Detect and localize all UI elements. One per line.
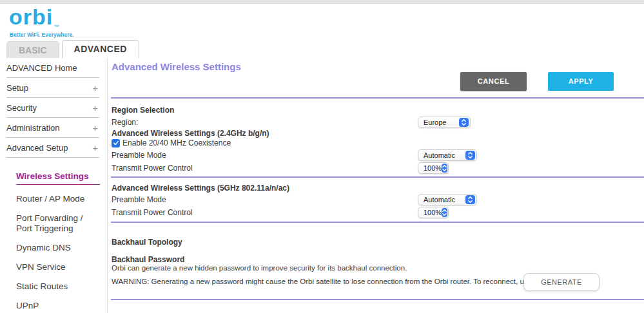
sidebar-item-label: Security: [6, 103, 37, 113]
brand-tagline: Better WiFi. Everywhere.: [10, 32, 74, 38]
transmit-power-select-5ghz[interactable]: 100%: [418, 207, 449, 218]
plus-expand-icon[interactable]: +: [92, 125, 98, 131]
generate-button[interactable]: GENERATE: [523, 273, 600, 291]
select-stepper-icon: [465, 195, 475, 204]
checkbox-checked-icon[interactable]: [112, 139, 120, 147]
sidebar-item-wireless-settings[interactable]: Wireless Settings: [0, 167, 107, 189]
select-stepper-icon: [442, 164, 447, 173]
band24-heading: Advanced Wireless Settings (2.4GHz b/g/n…: [112, 129, 269, 138]
transmit-power-value: 100%: [418, 164, 442, 172]
warning-text-prefix: WARNING: Generating a new password might…: [112, 278, 546, 285]
sidebar-nav: ADVANCED Home Setup + Security + Adminis…: [0, 58, 108, 313]
preamble-mode-select-24ghz[interactable]: Automatic: [418, 149, 477, 161]
backhaul-password-heading: Backhaul Password: [112, 255, 184, 264]
transmit-power-label: Transmit Power Control: [112, 208, 193, 217]
apply-button[interactable]: APPLY: [548, 72, 614, 91]
sidebar-item-label: Administration: [6, 123, 59, 133]
preamble-mode-value: Automatic: [418, 196, 465, 204]
sidebar-item-advanced-home[interactable]: ADVANCED Home: [6, 58, 99, 78]
sidebar-item-upnp[interactable]: UPnP: [0, 296, 107, 313]
select-stepper-icon: [442, 208, 447, 217]
preamble-mode-label: Preamble Mode: [112, 195, 166, 204]
plus-expand-icon[interactable]: +: [92, 85, 98, 91]
cancel-button[interactable]: CANCEL: [460, 72, 527, 91]
sidebar-item-security[interactable]: Security +: [6, 98, 99, 118]
preamble-mode-label: Preamble Mode: [112, 151, 166, 160]
sidebar-item-dynamic-dns[interactable]: Dynamic DNS: [0, 238, 107, 258]
sidebar-item-label: VPN Service: [16, 262, 66, 272]
sidebar-item-port-forwarding[interactable]: Port Forwarding / Port Triggering: [0, 209, 103, 238]
region-label: Region:: [112, 118, 138, 127]
orbi-logo-text: orbi: [9, 5, 53, 29]
coexistence-checkbox-row[interactable]: Enable 20/40 MHz Coexistence: [112, 138, 231, 147]
mode-tabbar: BASIC ADVANCED: [6, 40, 139, 58]
plus-expand-icon[interactable]: +: [92, 105, 98, 111]
sidebar-item-label: Wireless Settings: [16, 171, 100, 185]
sidebar-item-label: ADVANCED Home: [6, 63, 77, 73]
backhaul-warning: WARNING: Generating a new password might…: [112, 278, 589, 285]
section-divider: [111, 176, 644, 178]
sidebar-item-setup[interactable]: Setup +: [6, 78, 99, 98]
region-select-value: Europe: [418, 119, 459, 126]
page-title: Advanced Wireless Settings: [112, 61, 241, 72]
sidebar-item-label: UPnP: [16, 301, 39, 310]
sidebar-item-label: Dynamic DNS: [16, 243, 71, 252]
sidebar-item-label: Setup: [6, 83, 28, 93]
orbi-logo: orbi™: [9, 5, 59, 35]
tab-advanced[interactable]: ADVANCED: [62, 40, 139, 58]
transmit-power-label: Transmit Power Control: [112, 164, 193, 173]
region-select[interactable]: Europe: [418, 117, 471, 128]
section-divider: [111, 97, 644, 99]
sidebar-item-administration[interactable]: Administration +: [6, 118, 99, 138]
select-stepper-icon: [459, 118, 469, 127]
preamble-mode-value: Automatic: [418, 151, 465, 159]
main-content: Advanced Wireless Settings CANCEL APPLY …: [108, 58, 644, 313]
sidebar-item-static-routes[interactable]: Static Routes: [0, 277, 107, 296]
region-selection-heading: Region Selection: [112, 106, 174, 115]
preamble-mode-select-5ghz[interactable]: Automatic: [418, 194, 477, 205]
sidebar-item-label: Advanced Setup: [6, 143, 68, 153]
sidebar-item-label: Port Forwarding / Port Triggering: [16, 213, 83, 233]
select-stepper-icon: [465, 151, 475, 160]
coexistence-label: Enable 20/40 MHz Coexistence: [122, 138, 231, 147]
browser-top-strip: [0, 0, 644, 4]
transmit-power-value: 100%: [418, 209, 442, 216]
advanced-setup-subnav: Wireless Settings Router / AP Mode Port …: [0, 167, 107, 313]
plus-expand-icon[interactable]: +: [92, 145, 98, 151]
trademark-symbol: ™: [54, 24, 59, 30]
section-divider: [111, 222, 644, 223]
sidebar-item-router-ap-mode[interactable]: Router / AP Mode: [0, 189, 107, 209]
transmit-power-select-24ghz[interactable]: 100%: [418, 162, 449, 174]
sidebar-item-advanced-setup[interactable]: Advanced Setup +: [6, 138, 99, 158]
backhaul-topology-heading: Backhaul Topology: [112, 238, 182, 247]
section-divider: [111, 299, 644, 300]
band5-heading: Advanced Wireless Settings (5GHz 802.11a…: [112, 184, 289, 193]
sidebar-item-vpn-service[interactable]: VPN Service: [0, 258, 107, 277]
sidebar-item-label: Router / AP Mode: [16, 194, 84, 204]
backhaul-description: Orbi can generate a new hidden password …: [112, 264, 407, 272]
tab-basic[interactable]: BASIC: [6, 41, 59, 58]
sidebar-item-label: Static Routes: [16, 281, 68, 291]
